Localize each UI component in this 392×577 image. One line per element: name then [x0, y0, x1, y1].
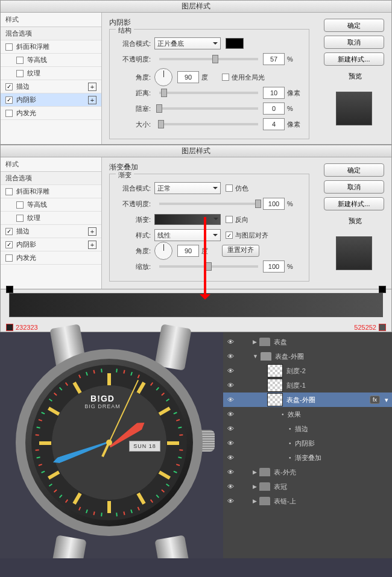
sidebar-head[interactable]: 样式: [1, 157, 101, 172]
visibility-eye-icon[interactable]: 👁: [226, 454, 235, 461]
layer-row[interactable]: 👁▶表冠: [223, 479, 392, 494]
layer-thumbnail[interactable]: [267, 379, 283, 392]
visibility-eye-icon[interactable]: 👁: [226, 483, 235, 490]
sidebar-item[interactable]: 内阴影+: [1, 93, 101, 107]
style-checkbox[interactable]: [5, 254, 13, 262]
visibility-eye-icon[interactable]: 👁: [226, 353, 235, 360]
scale-input[interactable]: 100: [263, 260, 285, 273]
blendmode-select[interactable]: 正片叠底: [154, 37, 221, 49]
use-global-light-checkbox[interactable]: [222, 74, 229, 81]
style-checkbox[interactable]: [16, 57, 24, 64]
style-checkbox[interactable]: [5, 96, 13, 104]
color-stop-right[interactable]: 525252: [354, 324, 386, 331]
layer-row[interactable]: 👁▶表-外壳: [223, 465, 392, 479]
sidebar-item[interactable]: 纹理: [1, 67, 101, 80]
visibility-eye-icon[interactable]: 👁: [226, 338, 235, 345]
visibility-eye-icon[interactable]: 👁: [226, 411, 235, 418]
new-style-button[interactable]: 新建样式...: [324, 52, 384, 66]
opacity-input[interactable]: 100: [263, 198, 285, 210]
opacity-stop-right[interactable]: [379, 286, 386, 293]
disclosure-triangle-icon[interactable]: ▼: [253, 353, 258, 359]
sidebar-item[interactable]: 描边+: [1, 225, 101, 238]
cancel-button[interactable]: 取消: [324, 36, 384, 49]
choke-input[interactable]: 0: [263, 102, 285, 115]
visibility-eye-icon[interactable]: 👁: [226, 497, 235, 505]
visibility-eye-icon[interactable]: 👁: [226, 468, 235, 476]
sidebar-blend-options[interactable]: 混合选项: [1, 27, 101, 40]
angle-input[interactable]: 90: [177, 245, 199, 257]
color-stop-left[interactable]: 232323: [6, 324, 38, 331]
disclosure-triangle-icon[interactable]: ▶: [253, 339, 257, 345]
opacity-input[interactable]: 57: [263, 53, 285, 65]
add-effect-icon[interactable]: +: [88, 83, 96, 91]
shadow-color-swatch[interactable]: [226, 38, 244, 49]
scale-slider[interactable]: [159, 265, 258, 268]
style-checkbox[interactable]: [16, 70, 24, 77]
style-select[interactable]: 线性: [154, 229, 221, 241]
layer-row[interactable]: 👁●描边: [223, 421, 392, 436]
ok-button[interactable]: 确定: [324, 163, 384, 177]
sidebar-item[interactable]: 等高线: [1, 54, 101, 67]
reset-align-button[interactable]: 重置对齐: [222, 245, 259, 257]
new-style-button[interactable]: 新建样式...: [324, 197, 384, 210]
layer-row[interactable]: 👁▶表盘: [223, 335, 392, 349]
layer-row[interactable]: 👁表盘-外圈fx▾: [223, 393, 392, 407]
visibility-eye-icon[interactable]: 👁: [226, 396, 235, 403]
size-input[interactable]: 4: [263, 118, 285, 130]
ok-button[interactable]: 确定: [324, 19, 384, 32]
fx-disclosure-icon[interactable]: ▾: [385, 396, 388, 404]
sidebar-item[interactable]: 内发光: [1, 251, 101, 265]
size-slider[interactable]: [159, 123, 258, 125]
align-checkbox[interactable]: [226, 232, 233, 239]
angle-dial[interactable]: [154, 242, 172, 260]
style-checkbox[interactable]: [5, 43, 13, 51]
sidebar-item[interactable]: 等高线: [1, 198, 101, 212]
layer-thumbnail[interactable]: [267, 393, 283, 406]
layer-row[interactable]: 👁▶表链-上: [223, 494, 392, 508]
gradient-track[interactable]: 232323 525252: [9, 293, 383, 317]
distance-input[interactable]: 10: [263, 87, 285, 99]
choke-slider[interactable]: [159, 107, 258, 110]
sidebar-item[interactable]: 内阴影+: [1, 238, 101, 251]
disclosure-triangle-icon[interactable]: ▶: [253, 498, 257, 504]
sidebar-item[interactable]: 内发光: [1, 107, 101, 120]
visibility-eye-icon[interactable]: 👁: [226, 382, 235, 389]
disclosure-triangle-icon[interactable]: ▶: [253, 469, 257, 475]
layer-row[interactable]: 👁●渐变叠加: [223, 450, 392, 465]
add-effect-icon[interactable]: +: [88, 96, 96, 104]
add-effect-icon[interactable]: +: [88, 227, 96, 236]
cancel-button[interactable]: 取消: [324, 180, 384, 194]
style-checkbox[interactable]: [16, 215, 24, 222]
layer-row[interactable]: 👁▼表盘-外圈: [223, 349, 392, 364]
layer-row[interactable]: 👁刻度-1: [223, 378, 392, 393]
layer-thumbnail[interactable]: [267, 364, 283, 377]
opacity-slider[interactable]: [159, 203, 258, 205]
style-checkbox[interactable]: [5, 110, 13, 117]
style-checkbox[interactable]: [5, 228, 13, 235]
layer-row[interactable]: 👁刻度-2: [223, 364, 392, 378]
opacity-stop-left[interactable]: [6, 286, 13, 293]
sidebar-item[interactable]: 纹理: [1, 212, 101, 225]
layer-row[interactable]: 👁●内阴影: [223, 436, 392, 450]
disclosure-triangle-icon[interactable]: ▶: [253, 484, 257, 490]
distance-slider[interactable]: [159, 92, 258, 94]
sidebar-item[interactable]: 斜面和浮雕: [1, 40, 101, 54]
add-effect-icon[interactable]: +: [88, 241, 96, 249]
sidebar-blend-options[interactable]: 混合选项: [1, 172, 101, 185]
opacity-slider[interactable]: [159, 58, 258, 60]
visibility-eye-icon[interactable]: 👁: [226, 425, 235, 432]
style-checkbox[interactable]: [16, 201, 24, 209]
visibility-eye-icon[interactable]: 👁: [226, 440, 235, 447]
sidebar-item[interactable]: 描边+: [1, 80, 101, 93]
blendmode-select[interactable]: 正常: [154, 182, 221, 194]
reverse-checkbox[interactable]: [226, 216, 233, 223]
angle-input[interactable]: 90: [177, 71, 199, 83]
dither-checkbox[interactable]: [226, 184, 233, 192]
fx-badge[interactable]: fx: [370, 396, 380, 404]
style-checkbox[interactable]: [5, 83, 13, 90]
sidebar-head[interactable]: 样式: [1, 13, 101, 27]
gradient-picker[interactable]: [154, 214, 221, 225]
layer-row[interactable]: 👁●效果: [223, 407, 392, 421]
visibility-eye-icon[interactable]: 👁: [226, 367, 235, 374]
sidebar-item[interactable]: 斜面和浮雕: [1, 185, 101, 198]
